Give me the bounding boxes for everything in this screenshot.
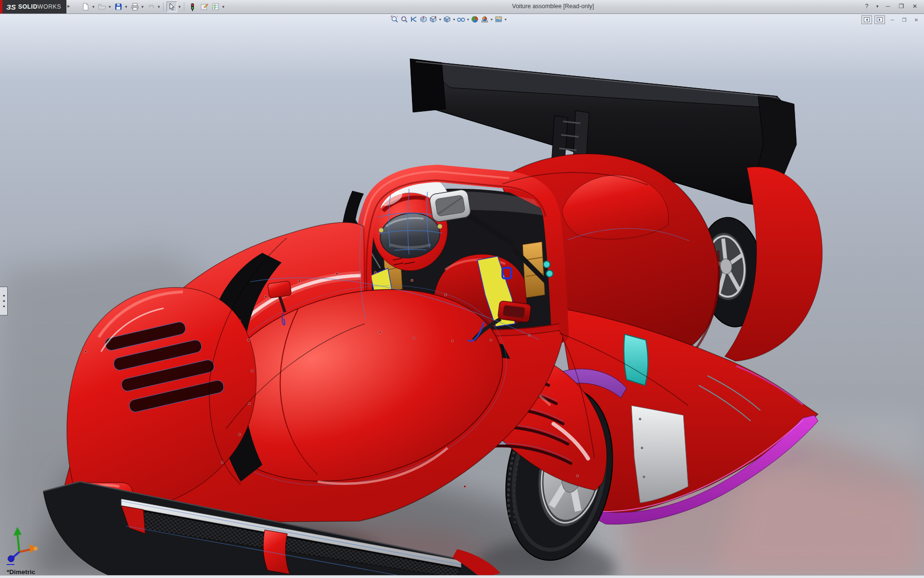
print-button[interactable] [129, 1, 140, 12]
statusbar-edge [0, 575, 924, 578]
view-settings-icon[interactable] [494, 15, 503, 24]
hide-show-items-icon[interactable] [456, 15, 466, 24]
apply-scene-icon[interactable] [480, 15, 489, 24]
open-document-button[interactable] [97, 1, 107, 12]
graphics-viewport[interactable]: ▾ ▾ ▾ ▾ ▾ ─ ❐ ✕ ◂ ◂ ◂ [0, 13, 924, 578]
filler-cap-teal[interactable] [543, 261, 550, 268]
collapse-arrow-icon: ◂ [2, 299, 4, 303]
toolbar-expand-arrow-icon[interactable]: ▸ [67, 3, 70, 9]
intake-box[interactable] [429, 189, 471, 223]
select-tool-button[interactable] [167, 1, 177, 12]
window-controls[interactable]: ? ▾ ─ ❐ ✕ [861, 1, 920, 11]
chevron-down-icon[interactable]: ▾ [466, 17, 470, 22]
pane-expand-right-icon[interactable] [874, 15, 885, 24]
filler-cap-teal-2[interactable] [546, 270, 553, 277]
side-window-teal[interactable] [624, 334, 648, 385]
chevron-down-icon[interactable]: ▾ [156, 4, 161, 9]
pane-collapse-left-icon[interactable] [861, 15, 872, 24]
save-button[interactable] [113, 1, 124, 12]
solidworks-logo: ЗS SOLIDWORKS [2, 0, 66, 13]
design-checklist-button[interactable] [210, 1, 221, 12]
close-button[interactable]: ✕ [910, 2, 920, 11]
edit-note-button[interactable] [199, 1, 209, 12]
chevron-down-icon[interactable]: ▾ [489, 17, 494, 22]
chevron-down-icon[interactable]: ▾ [107, 4, 112, 9]
headsup-view-toolbar[interactable]: ▾ ▾ ▾ ▾ ▾ [390, 14, 508, 24]
previous-view-icon[interactable] [409, 15, 419, 24]
minimize-button[interactable]: ─ [883, 2, 893, 11]
chevron-down-icon[interactable]: ▾ [503, 17, 508, 22]
chevron-down-icon[interactable]: ▾ [221, 4, 226, 9]
window-title: Voiture assomblee [Read-only] [512, 3, 594, 10]
new-document-button[interactable] [80, 1, 91, 12]
view-orientation-icon[interactable] [428, 15, 438, 24]
zoom-to-area-icon[interactable] [399, 15, 409, 24]
standard-toolbar[interactable]: ▾ ▾ ▾ ▾ ▾ ▾ ▾ [79, 1, 226, 13]
view-stoplight-button[interactable] [187, 1, 198, 12]
doc-minimize-button[interactable]: ─ [887, 16, 897, 24]
chevron-down-icon[interactable]: ▾ [452, 17, 456, 22]
toolbar-separator [163, 2, 164, 11]
zoom-to-fit-icon[interactable] [390, 15, 399, 24]
help-button[interactable]: ? [861, 2, 872, 11]
app-name: SOLID [18, 3, 38, 10]
document-window-controls[interactable]: ─ ❐ ✕ [861, 15, 921, 24]
collapse-arrow-icon: ◂ [2, 294, 4, 298]
chevron-down-icon[interactable]: ▾ [438, 17, 442, 22]
undo-button[interactable] [146, 1, 156, 12]
model-scene[interactable] [0, 13, 924, 578]
restore-button[interactable]: ❐ [896, 2, 907, 11]
logo-3ds-glyph: ЗS [6, 3, 16, 11]
chevron-down-icon[interactable]: ▾ [177, 4, 182, 9]
chevron-down-icon[interactable]: ▾ [124, 4, 128, 9]
chevron-down-icon[interactable]: ▾ [91, 4, 96, 9]
view-orientation-label: *Dimetric [7, 568, 35, 576]
section-view-icon[interactable] [419, 15, 428, 24]
toolbar-separator [184, 2, 184, 11]
edit-appearance-icon[interactable] [470, 15, 480, 24]
chevron-down-icon[interactable]: ▾ [140, 4, 145, 9]
display-style-icon[interactable] [442, 15, 452, 24]
titlebar[interactable]: ЗS SOLIDWORKS ▸ ▾ ▾ ▾ ▾ ▾ ▾ [0, 0, 924, 14]
featuremanager-collapsed-tab[interactable]: ◂ ◂ ◂ [0, 287, 8, 315]
doc-restore-button[interactable]: ❐ [899, 16, 909, 24]
doc-close-button[interactable]: ✕ [911, 16, 921, 24]
collapse-arrow-icon: ◂ [2, 304, 4, 308]
chevron-down-icon[interactable]: ▾ [875, 2, 880, 11]
